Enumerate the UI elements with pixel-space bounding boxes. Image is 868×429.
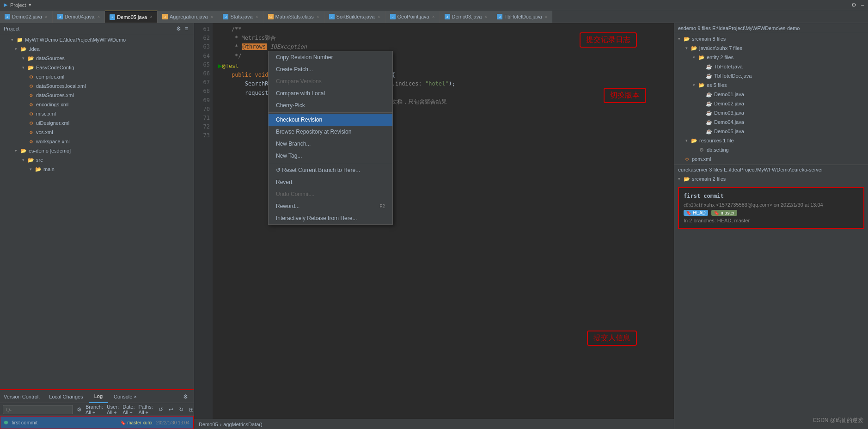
tree-encodings[interactable]: ⚙ encodings.xml xyxy=(0,100,194,109)
ctx-reword[interactable]: Reword... F2 xyxy=(269,200,392,212)
rt-eureka-src[interactable]: ▾ 📂 src\main 2 files xyxy=(674,174,868,184)
refresh-btn[interactable]: ↺ xyxy=(157,405,165,414)
rt-srcmain[interactable]: ▾ 📂 src\main 8 files xyxy=(674,34,868,43)
tree-vcs[interactable]: ⚙ vcs.xml xyxy=(0,128,194,137)
rt-tbhotel[interactable]: ☕ TbHotel.java xyxy=(674,62,868,71)
user-filter-label: User: All ÷ xyxy=(107,404,119,415)
rt-dbsetting[interactable]: ⚙ db.setting xyxy=(674,145,868,154)
close-icon[interactable]: × xyxy=(378,14,380,19)
tree-datasources-local[interactable]: ⚙ dataSources.local.xml xyxy=(0,81,194,91)
tree-misc[interactable]: ⚙ misc.xml xyxy=(0,109,194,118)
code-line-65: * @throws IOException xyxy=(218,43,668,51)
minus-icon[interactable]: – xyxy=(861,2,864,8)
title-separator: ▾ xyxy=(29,2,31,8)
tree-uidesigner[interactable]: ⚙ uiDesigner.xml xyxy=(0,118,194,128)
tree-datasources[interactable]: ▾ 📂 dataSources xyxy=(0,54,194,63)
branch-filter-label: Branch: All ÷ xyxy=(86,404,103,415)
tree-easycode[interactable]: ▾ 📂 EasyCodeConfig xyxy=(0,63,194,72)
breadcrumb-file: Demo05 xyxy=(199,422,218,427)
ctx-compare-versions: Compare Versions xyxy=(269,75,392,87)
branch-icon: 🔖 xyxy=(714,210,719,215)
tab-stats[interactable]: J Stats.java × xyxy=(218,11,263,23)
ctx-browse-repository[interactable]: Browse Repository at Revision xyxy=(269,126,392,138)
close-icon[interactable]: × xyxy=(484,14,487,19)
tab-console[interactable]: Console × xyxy=(108,390,142,403)
commit-row-first[interactable]: first commit 🔖 master xuhx 2022/1/30 13:… xyxy=(0,416,194,429)
tree-root[interactable]: ▾ 📁 MyWFWDemo E:\IdeaProject\MyWFWDemo xyxy=(0,35,194,44)
head-tag: 🔖 HEAD xyxy=(684,210,708,216)
redo-btn[interactable]: ↻ xyxy=(177,405,185,414)
close-icon[interactable]: × xyxy=(317,14,319,19)
rt-demo05[interactable]: ☕ Demo05.java xyxy=(674,127,868,136)
close-icon[interactable]: × xyxy=(98,14,100,19)
tab-sortbuilders[interactable]: J SortBuilders.java × xyxy=(324,11,385,23)
tree-workspace[interactable]: ⚙ workspace.xml xyxy=(0,137,194,146)
tab-demo02[interactable]: J Demo02.java × xyxy=(0,11,53,23)
tab-demo05[interactable]: J Demo05.java × xyxy=(105,11,158,23)
tab-geopoint[interactable]: J GeoPoint.java × xyxy=(385,11,440,23)
rt-resources[interactable]: ▾ 📂 resources 1 file xyxy=(674,136,868,145)
vc-filter-btn[interactable]: ⚙ xyxy=(75,405,84,414)
tab-log[interactable]: Log xyxy=(89,390,108,403)
folder-icon: 📂 xyxy=(698,55,705,61)
code-content: 61 62 63 64 65 66 67 68 69 70 71 72 73 /… xyxy=(194,23,674,419)
rt-demo04[interactable]: ☕ Demo04.java xyxy=(674,117,868,127)
ctx-copy-revision[interactable]: Copy Revision Number xyxy=(269,51,392,63)
ctx-checkout-revision[interactable]: Checkout Revision xyxy=(269,114,392,126)
close-icon[interactable]: × xyxy=(256,14,258,19)
ctx-new-branch[interactable]: New Branch... xyxy=(269,138,392,150)
tree-main[interactable]: ▾ 📂 main xyxy=(0,165,194,174)
ctx-revert[interactable]: Revert xyxy=(269,176,392,188)
vc-settings-btn[interactable]: ⚙ xyxy=(181,392,190,401)
tree-src[interactable]: ▾ 📂 src xyxy=(0,155,194,165)
xml-file-icon: ⚙ xyxy=(29,102,33,107)
tree-datasources-xml[interactable]: ⚙ dataSources.xml xyxy=(0,91,194,100)
rt-es[interactable]: ▾ 📂 es 5 files xyxy=(674,80,868,90)
code-editor: 61 62 63 64 65 66 67 68 69 70 71 72 73 /… xyxy=(194,23,674,429)
close-icon[interactable]: × xyxy=(45,14,48,19)
rt-pomxml[interactable]: ⚙ pom.xml xyxy=(674,154,868,164)
ctx-reset-branch[interactable]: ↺ Reset Current Branch to Here... xyxy=(269,164,392,176)
editor-tabs: J Demo02.java × J Demo04.java × J Demo05… xyxy=(0,10,868,23)
file-tree-header: Project ⚙ ≡ xyxy=(0,23,194,34)
title-bar: ▶ Project ▾ ⚙ – xyxy=(0,0,868,10)
tree-collapse-btn[interactable]: ≡ xyxy=(183,25,190,33)
layout-btn[interactable]: ⊞ xyxy=(187,405,194,414)
java-file-icon: J xyxy=(110,14,115,20)
tree-esdemo[interactable]: ▾ 📂 es-demo [esdemo] xyxy=(0,146,194,155)
tree-idea[interactable]: ▾ 📂 .idea xyxy=(0,44,194,54)
tab-tbhoteldoc[interactable]: J TbHotelDoc.java × xyxy=(492,11,552,23)
rt-javacnxuhx[interactable]: ▾ 📂 java\cn\xuhx 7 files xyxy=(674,43,868,53)
ctx-compare-local[interactable]: Compare with Local xyxy=(269,87,392,99)
java-file-icon: ☕ xyxy=(706,119,712,125)
tab-matrixstats[interactable]: C MatrixStats.class × xyxy=(263,11,324,23)
undo-btn[interactable]: ↩ xyxy=(167,405,175,414)
close-icon[interactable]: × xyxy=(432,14,435,19)
close-icon[interactable]: × xyxy=(211,14,214,19)
tree-settings-btn[interactable]: ⚙ xyxy=(174,25,183,33)
ctx-create-patch[interactable]: Create Patch... xyxy=(269,63,392,75)
paths-filter-label: Paths: All ÷ xyxy=(139,404,153,415)
rt-tbhoteldoc[interactable]: ☕ TbHotelDoc.java xyxy=(674,71,868,80)
watermark: CSDN @码仙的逆袭 xyxy=(813,417,863,424)
close-icon[interactable]: × xyxy=(150,14,153,19)
tab-demo04[interactable]: J Demo04.java × xyxy=(53,11,105,23)
reword-shortcut: F2 xyxy=(379,204,385,209)
rt-demo01[interactable]: ☕ Demo01.java xyxy=(674,90,868,99)
tree-compiler-xml[interactable]: ⚙ compiler.xml xyxy=(0,72,194,81)
rt-entity[interactable]: ▾ 📂 entity 2 files xyxy=(674,53,868,62)
rt-demo02[interactable]: ☕ Demo02.java xyxy=(674,99,868,108)
tab-demo03[interactable]: J Demo03.java × xyxy=(440,11,493,23)
project-label[interactable]: Project xyxy=(10,2,26,8)
ctx-cherry-pick[interactable]: Cherry-Pick xyxy=(269,99,392,111)
tab-local-changes[interactable]: Local Changes xyxy=(43,390,88,403)
gear-icon[interactable]: ⚙ xyxy=(851,2,856,8)
ctx-new-tag[interactable]: New Tag... xyxy=(269,150,392,162)
vc-search-input[interactable] xyxy=(3,405,73,414)
close-icon[interactable]: × xyxy=(545,14,548,19)
rt-demo03[interactable]: ☕ Demo03.java xyxy=(674,108,868,117)
ctx-interactive-rebase[interactable]: Interactively Rebase from Here... xyxy=(269,212,392,224)
java-file-icon: ☕ xyxy=(706,129,712,135)
tab-aggregation[interactable]: J Aggregation.java × xyxy=(158,11,218,23)
settings-file-icon: ⚙ xyxy=(699,147,704,153)
